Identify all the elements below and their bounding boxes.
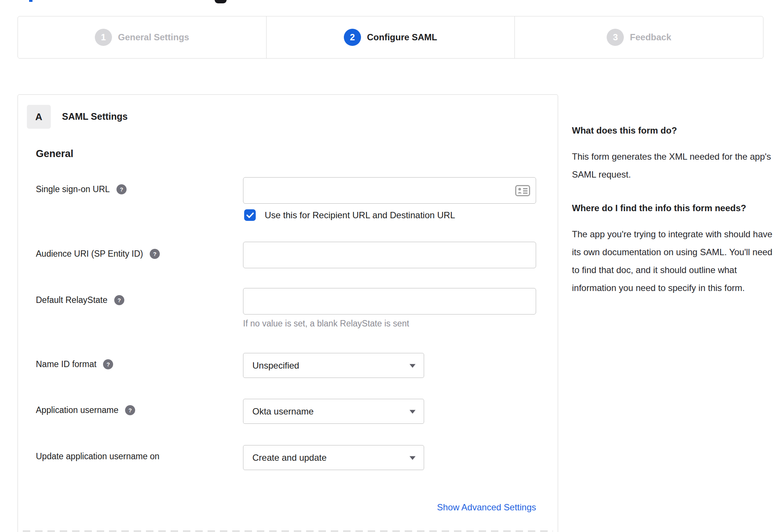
update-username-label-text: Update application username on (36, 451, 159, 461)
page-title-fragment-glyph (215, 0, 227, 3)
recipient-url-checkbox[interactable] (244, 209, 256, 221)
relaystate-input[interactable] (243, 288, 536, 314)
saml-settings-panel: A SAML Settings General Single sign-on U… (18, 94, 558, 532)
name-id-format-select[interactable]: Unspecified (243, 353, 424, 378)
general-group-heading: General (36, 148, 74, 160)
chevron-down-icon (410, 410, 416, 413)
help-icon[interactable]: ? (150, 249, 160, 259)
step-feedback[interactable]: 3 Feedback (514, 16, 763, 59)
sso-url-input-wrap (243, 177, 536, 204)
checkmark-icon (246, 212, 254, 218)
section-title: SAML Settings (62, 111, 128, 122)
configure-saml-page: 1 General Settings 2 Configure SAML 3 Fe… (0, 0, 781, 532)
update-username-label: Update application username on (36, 451, 159, 461)
name-id-format-value: Unspecified (252, 360, 299, 371)
name-id-format-label-text: Name ID format (36, 359, 96, 369)
step-general-settings[interactable]: 1 General Settings (18, 16, 267, 59)
name-id-format-label: Name ID format ? (36, 359, 113, 369)
help-icon[interactable]: ? (114, 295, 124, 305)
step-configure-saml[interactable]: 2 Configure SAML (266, 16, 515, 59)
panel-dashed-divider (23, 531, 553, 532)
show-advanced-settings-link[interactable]: Show Advanced Settings (243, 502, 536, 513)
help-question-1: What does this form do? (572, 123, 774, 138)
help-answer-1: This form generates the XML needed for t… (572, 148, 774, 184)
application-username-value: Okta username (252, 406, 314, 417)
help-icon[interactable]: ? (103, 359, 113, 369)
step-label: Feedback (630, 32, 671, 43)
audience-uri-label-text: Audience URI (SP Entity ID) (36, 249, 143, 259)
sso-url-label-text: Single sign-on URL (36, 184, 110, 194)
audience-uri-input[interactable] (243, 242, 536, 268)
help-answer-2: The app you're trying to integrate with … (572, 225, 774, 297)
help-question-2: Where do I find the info this form needs… (572, 201, 751, 216)
update-username-value: Create and update (252, 453, 327, 463)
relaystate-hint: If no value is set, a blank RelayState i… (243, 319, 409, 329)
step-label: General Settings (118, 32, 189, 43)
sso-url-label: Single sign-on URL ? (36, 184, 127, 194)
update-username-select[interactable]: Create and update (243, 445, 424, 470)
contact-card-icon (515, 185, 530, 196)
help-icon[interactable]: ? (125, 405, 135, 415)
wizard-stepper: 1 General Settings 2 Configure SAML 3 Fe… (18, 16, 763, 59)
help-panel: What does this form do? This form genera… (572, 123, 774, 297)
section-a-badge: A (27, 105, 51, 129)
audience-uri-label: Audience URI (SP Entity ID) ? (36, 249, 160, 259)
application-username-label: Application username ? (36, 405, 135, 415)
step-label: Configure SAML (367, 32, 437, 43)
application-username-select[interactable]: Okta username (243, 399, 424, 424)
application-username-label-text: Application username (36, 405, 118, 415)
step-number-badge: 1 (95, 29, 112, 46)
recipient-url-checkbox-label[interactable]: Use this for Recipient URL and Destinati… (265, 210, 455, 220)
sso-url-input[interactable] (243, 177, 536, 204)
step-number-badge: 3 (607, 29, 624, 46)
chevron-down-icon (410, 364, 416, 367)
recipient-url-checkbox-row: Use this for Recipient URL and Destinati… (244, 209, 455, 221)
relaystate-label-text: Default RelayState (36, 295, 108, 305)
help-icon[interactable]: ? (116, 184, 127, 194)
page-title-fragment-accent (29, 0, 32, 2)
step-number-badge: 2 (344, 29, 361, 46)
chevron-down-icon (410, 456, 416, 460)
relaystate-label: Default RelayState ? (36, 295, 124, 305)
